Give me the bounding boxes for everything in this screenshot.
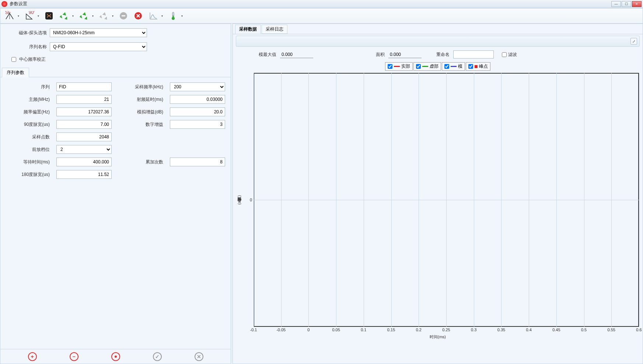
max-value[interactable]: [280, 51, 313, 58]
chart-area: 实部 虚部 模 峰点 信号幅度(a.u.) 0 -0.1-0.0500.050.…: [233, 62, 643, 364]
left-panel: 磁体-探头选项 NMI20-060H-I-25mm 序列名称 Q-FID 中心频…: [0, 24, 231, 364]
svg-rect-5: [122, 15, 125, 17]
recycle-2-button[interactable]: [77, 10, 95, 22]
filter-checkbox[interactable]: [502, 52, 507, 57]
stop-red-button[interactable]: [132, 10, 145, 22]
seq-param-label: 序列: [3, 84, 51, 90]
probe-label: 磁体-探头选项: [6, 30, 50, 36]
center-freq-checkbox[interactable]: [11, 57, 16, 62]
samp-freq-label: 采样频率(kHz): [117, 84, 165, 90]
legend-real-chk[interactable]: [388, 64, 392, 69]
svg-text:SF: SF: [5, 11, 11, 15]
legend-peak[interactable]: 峰点: [466, 62, 490, 71]
y-axis-label: 信号幅度(a.u.): [237, 73, 243, 327]
bottom-action-bar: + − ✓ ✕: [0, 349, 231, 364]
seq-param-input[interactable]: [56, 82, 112, 91]
max-label: 模最大值: [259, 52, 276, 58]
param-tab[interactable]: 序列参数: [2, 68, 29, 77]
expand-toolbar-button[interactable]: ⤢: [630, 38, 637, 45]
accum-label: 累加次数: [117, 159, 165, 165]
cancel-button[interactable]: ✕: [195, 352, 203, 361]
legend-imag-chk[interactable]: [416, 64, 421, 69]
samp-freq-select[interactable]: 200: [170, 82, 225, 91]
legend-mag[interactable]: 模: [442, 62, 465, 71]
legend-peak-chk[interactable]: [468, 64, 473, 69]
rf-delay-input[interactable]: [170, 95, 225, 104]
target-button[interactable]: [111, 352, 120, 361]
rename-label: 重命名: [436, 52, 450, 58]
analog-gain-input[interactable]: [170, 107, 225, 116]
legend-mag-chk[interactable]: [444, 64, 449, 69]
minimize-button[interactable]: —: [611, 1, 621, 7]
wait-time-label: 等待时间(ms): [3, 159, 51, 165]
add-button[interactable]: +: [28, 352, 37, 361]
recycle-disabled-button[interactable]: [97, 10, 115, 22]
toolbar: SF 90°: [0, 8, 643, 24]
legend-imag[interactable]: 虚部: [413, 62, 441, 71]
maximize-button[interactable]: ☐: [622, 1, 631, 7]
titlebar: 参数设置 — ☐ ✕: [0, 0, 643, 8]
stop-gray-button[interactable]: [117, 10, 130, 22]
thermometer-button[interactable]: [166, 10, 185, 22]
svg-rect-9: [173, 15, 174, 18]
window-title: 参数设置: [10, 1, 611, 7]
preamp-label: 前放档位: [3, 146, 51, 153]
plot-canvas[interactable]: [254, 73, 639, 327]
angle-90-button[interactable]: 90°: [22, 10, 41, 22]
sf-peak-button[interactable]: SF: [3, 10, 21, 22]
confirm-button[interactable]: ✓: [153, 352, 162, 361]
tab-sample-data[interactable]: 采样数据: [235, 25, 261, 34]
freq-offset-label: 频率偏置(Hz): [3, 109, 51, 115]
samp-points-label: 采样点数: [3, 134, 51, 140]
right-panel: 采样数据 采样日志 ⤢ 模最大值 面积 重命名 滤波 实部 虚部 模 峰点: [233, 24, 643, 364]
rename-input[interactable]: [453, 50, 494, 59]
p180-label: 180度脉宽(us): [3, 172, 51, 178]
right-toolbar: ⤢: [236, 36, 640, 47]
legend-real[interactable]: 实部: [385, 62, 413, 71]
tab-sample-log[interactable]: 采样日志: [262, 25, 287, 34]
accum-input[interactable]: [170, 158, 225, 166]
matrix-button[interactable]: [42, 10, 56, 22]
main-freq-label: 主频(MHz): [3, 96, 51, 103]
app-icon: [1, 1, 7, 7]
preamp-select[interactable]: 2: [56, 145, 112, 154]
p90-label: 90度脉宽(us): [3, 121, 51, 128]
freq-offset-input[interactable]: [56, 107, 112, 116]
probe-select[interactable]: NMI20-060H-I-25mm: [50, 28, 147, 37]
area-label: 面积: [376, 52, 385, 58]
remove-button[interactable]: −: [70, 352, 78, 361]
samp-points-input[interactable]: [56, 132, 112, 141]
seq-name-label: 序列名称: [6, 44, 50, 50]
center-freq-label: 中心频率校正: [19, 56, 46, 63]
analog-gain-label: 模拟增益(dB): [117, 109, 165, 115]
x-axis-label: 时间(ms): [237, 334, 639, 340]
rf-delay-label: 射频延时(ms): [117, 96, 165, 103]
peak-chart-button[interactable]: [146, 10, 165, 22]
wait-time-input[interactable]: [56, 158, 112, 166]
recycle-1-button[interactable]: [57, 10, 76, 22]
digital-gain-label: 数字增益: [117, 121, 165, 128]
digital-gain-input[interactable]: [170, 120, 225, 129]
close-button[interactable]: ✕: [632, 1, 642, 7]
p90-input[interactable]: [56, 120, 112, 129]
filter-label: 滤波: [508, 52, 517, 58]
seq-name-select[interactable]: Q-FID: [50, 42, 147, 51]
area-value[interactable]: [388, 51, 422, 58]
svg-text:90°: 90°: [29, 11, 34, 15]
main-freq-input[interactable]: [56, 95, 112, 104]
p180-input[interactable]: [56, 170, 112, 179]
